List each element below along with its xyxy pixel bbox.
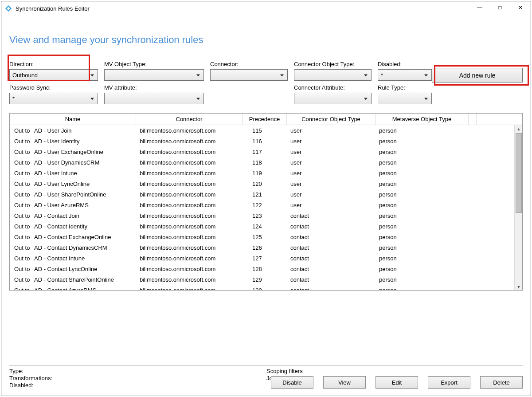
footer-transformations: Transformations:: [9, 375, 266, 381]
connector-dropdown[interactable]: [210, 69, 288, 81]
table-row[interactable]: Out toAD - Contact SharePointOnlinebillm…: [10, 274, 522, 285]
table-row[interactable]: Out toAD - User SharePointOnlinebillmcon…: [10, 189, 522, 200]
table-row[interactable]: Out toAD - Contact AzureRMSbillmcontoso.…: [10, 285, 522, 291]
passwordsync-label: Password Sync:: [9, 84, 98, 91]
mvobjtype-dropdown[interactable]: [104, 69, 204, 81]
window-title: Synchronization Rules Editor: [16, 5, 469, 12]
footer-type: Type:: [9, 368, 266, 374]
table-row[interactable]: Out toAD - User Joinbillmcontoso.onmicro…: [10, 125, 522, 136]
add-new-rule-button[interactable]: Add new rule: [432, 68, 523, 83]
scrollbar[interactable]: ▲ ▼: [514, 125, 522, 291]
passwordsync-dropdown[interactable]: *: [9, 93, 98, 104]
maximize-button[interactable]: □: [490, 1, 510, 14]
table-row[interactable]: Out toAD - Contact LyncOnlinebillmcontos…: [10, 263, 522, 274]
direction-dropdown[interactable]: Outbound: [9, 69, 98, 81]
close-button[interactable]: ✕: [510, 1, 531, 14]
disabled-dropdown[interactable]: *: [378, 69, 432, 81]
app-icon: [5, 5, 12, 12]
titlebar: Synchronization Rules Editor — □ ✕: [1, 1, 531, 16]
footer-scoping: Scoping filters: [266, 368, 303, 374]
connattribute-label: Connector Attribute:: [294, 84, 372, 91]
delete-button[interactable]: Delete: [480, 376, 523, 389]
page-title: View and manage your synchronization rul…: [9, 34, 523, 46]
table-row[interactable]: Out toAD - Contact DynamicsCRMbillmconto…: [10, 242, 522, 253]
table-row[interactable]: Out toAD - Contact ExchangeOnlinebillmco…: [10, 232, 522, 242]
table-row[interactable]: Out toAD - Contact Identitybillmcontoso.…: [10, 221, 522, 232]
mvobjtype-label: MV Object Type:: [104, 61, 204, 67]
disable-button[interactable]: Disable: [271, 376, 313, 389]
disabled-label: Disabled:: [378, 61, 432, 67]
ruletype-dropdown[interactable]: [378, 93, 432, 104]
mvattribute-dropdown[interactable]: [104, 93, 204, 104]
table-row[interactable]: Out toAD - User LyncOnlinebillmcontoso.o…: [10, 178, 522, 189]
table-row[interactable]: Out toAD - Contact Joinbillmcontoso.onmi…: [10, 210, 522, 221]
table-row[interactable]: Out toAD - User ExchangeOnlinebillmconto…: [10, 146, 522, 157]
col-connobjtype[interactable]: Connector Object Type: [287, 114, 376, 125]
app-window: Synchronization Rules Editor — □ ✕ View …: [1, 1, 531, 396]
connobjtype-dropdown[interactable]: [294, 69, 372, 81]
table-row[interactable]: Out toAD - User Identitybillmcontoso.onm…: [10, 136, 522, 146]
rules-table: Name Connector Precedence Connector Obje…: [9, 113, 523, 291]
view-button[interactable]: View: [323, 376, 366, 389]
footer-disabled: Disabled:: [9, 382, 266, 389]
export-button[interactable]: Export: [428, 376, 470, 389]
table-row[interactable]: Out toAD - User Intunebillmcontoso.onmic…: [10, 168, 522, 178]
connattribute-dropdown[interactable]: [294, 93, 372, 104]
filters-panel: Direction: Outbound MV Object Type: Conn…: [9, 56, 523, 104]
table-row[interactable]: Out toAD - User AzureRMSbillmcontoso.onm…: [10, 200, 522, 210]
connobjtype-label: Connector Object Type:: [294, 61, 372, 67]
col-mvobjtype[interactable]: Metaverse Object Type: [376, 114, 469, 125]
edit-button[interactable]: Edit: [376, 376, 418, 389]
direction-label: Direction:: [9, 61, 98, 67]
minimize-button[interactable]: —: [469, 1, 490, 14]
table-row[interactable]: Out toAD - User DynamicsCRMbillmcontoso.…: [10, 157, 522, 168]
col-connector[interactable]: Connector: [136, 114, 243, 125]
connector-label: Connector:: [210, 61, 288, 67]
scroll-up-icon[interactable]: ▲: [515, 125, 522, 133]
col-precedence[interactable]: Precedence: [243, 114, 287, 125]
mvattribute-label: MV attribute:: [104, 84, 204, 91]
col-name[interactable]: Name: [10, 114, 136, 125]
scroll-down-icon[interactable]: ▼: [515, 283, 522, 291]
scroll-thumb[interactable]: [516, 133, 522, 213]
ruletype-label: Rule Type:: [378, 84, 432, 91]
table-row[interactable]: Out toAD - Contact Intunebillmcontoso.on…: [10, 253, 522, 263]
